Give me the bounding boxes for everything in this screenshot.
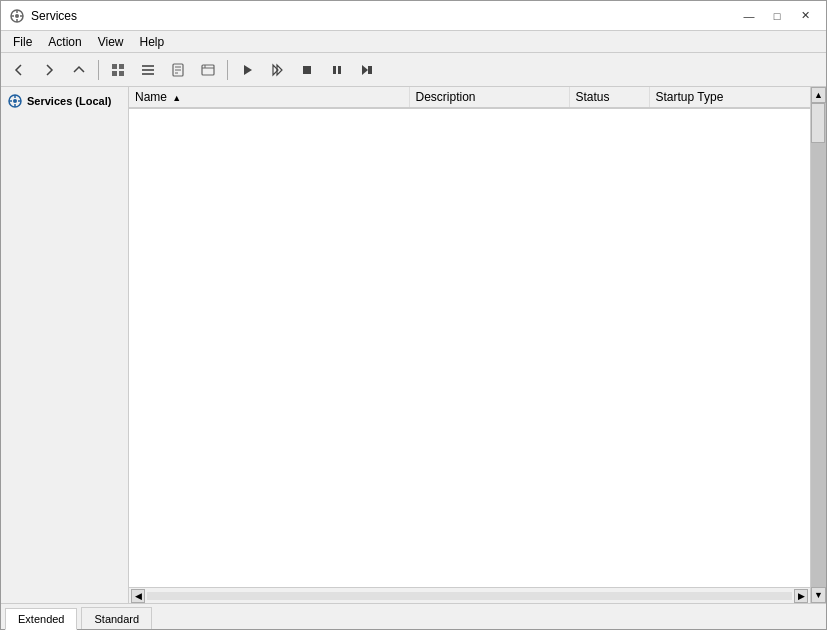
vertical-scrollbar: ▲ ▼ [810,87,826,603]
toolbar-separator-1 [98,60,99,80]
svg-point-1 [15,14,19,18]
hscroll-track[interactable] [147,592,792,600]
list-view-button[interactable] [134,57,162,83]
menu-file[interactable]: File [5,31,40,52]
tab-bar: Extended Standard [1,603,826,629]
content-area: Services (Local) Name ▲ Description [1,87,826,603]
table-header-row: Name ▲ Description Status Startup Type [129,87,810,108]
menu-help[interactable]: Help [132,31,173,52]
svg-marker-20 [244,65,252,75]
svg-rect-25 [338,66,341,74]
hscroll-left-button[interactable]: ◀ [131,589,145,603]
svg-rect-24 [333,66,336,74]
view-toggle-button[interactable] [104,57,132,83]
svg-rect-6 [112,64,117,69]
scroll-track[interactable] [811,103,826,587]
start-service-button[interactable] [233,57,261,83]
scroll-thumb[interactable] [811,103,825,143]
toolbar-separator-2 [227,60,228,80]
up-button[interactable] [65,57,93,83]
left-panel: Services (Local) [1,87,129,603]
app-icon [9,8,25,24]
toolbar [1,53,826,87]
svg-rect-10 [142,65,154,67]
horizontal-scrollbar[interactable]: ◀ ▶ [129,587,810,603]
hscroll-right-button[interactable]: ▶ [794,589,808,603]
main-panel: Name ▲ Description Status Startup Type [129,87,810,603]
start-service2-button[interactable] [263,57,291,83]
tab-standard[interactable]: Standard [81,607,152,629]
menu-view[interactable]: View [90,31,132,52]
pause-service-button[interactable] [323,57,351,83]
left-panel-header: Services (Local) [5,91,124,111]
services-window: Services — □ ✕ File Action View Help [0,0,827,630]
col-startup[interactable]: Startup Type [649,87,810,108]
services-local-icon [7,93,23,109]
svg-rect-8 [112,71,117,76]
scroll-up-button[interactable]: ▲ [811,87,826,103]
scroll-down-button[interactable]: ▼ [811,587,826,603]
title-bar: Services — □ ✕ [1,1,826,31]
sort-arrow-icon: ▲ [172,93,181,103]
menu-bar: File Action View Help [1,31,826,53]
svg-point-30 [13,99,17,103]
svg-rect-23 [303,66,311,74]
back-button[interactable] [5,57,33,83]
minimize-button[interactable]: — [736,6,762,26]
close-button[interactable]: ✕ [792,6,818,26]
col-description[interactable]: Description [409,87,569,108]
forward-button[interactable] [35,57,63,83]
restart-service-button[interactable] [353,57,381,83]
svg-rect-7 [119,64,124,69]
svg-rect-17 [202,65,214,75]
col-status[interactable]: Status [569,87,649,108]
tab-extended[interactable]: Extended [5,608,77,630]
console-button[interactable] [194,57,222,83]
window-title: Services [31,9,77,23]
svg-rect-12 [142,73,154,75]
maximize-button[interactable]: □ [764,6,790,26]
services-table: Name ▲ Description Status Startup Type [129,87,810,109]
services-table-container[interactable]: Name ▲ Description Status Startup Type [129,87,810,587]
svg-rect-11 [142,69,154,71]
svg-marker-27 [362,65,368,75]
menu-action[interactable]: Action [40,31,89,52]
title-controls: — □ ✕ [736,6,818,26]
col-name[interactable]: Name ▲ [129,87,409,108]
properties-button[interactable] [164,57,192,83]
stop-service-button[interactable] [293,57,321,83]
svg-rect-9 [119,71,124,76]
title-bar-left: Services [9,8,77,24]
left-panel-label: Services (Local) [27,95,111,107]
